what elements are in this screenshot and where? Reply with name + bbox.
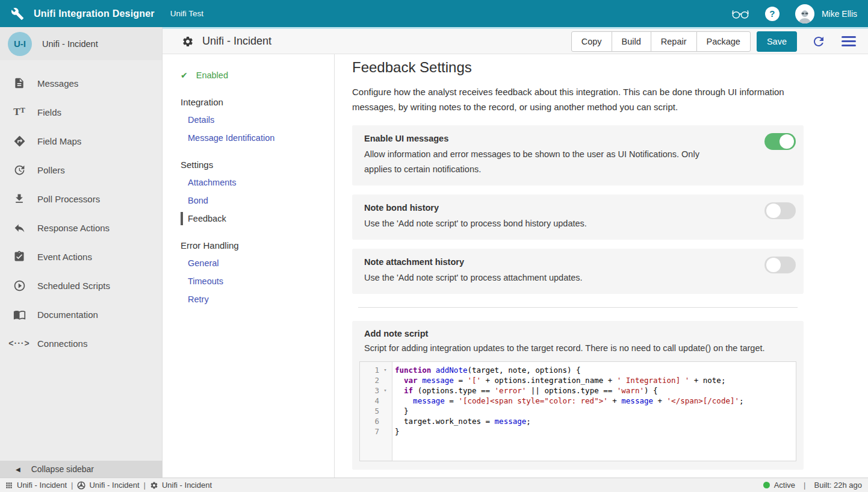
nav-link-retry[interactable]: Retry: [181, 290, 334, 308]
nav-link-bond[interactable]: Bond: [181, 192, 334, 210]
sidebar-item-label: Documentation: [37, 310, 98, 320]
document-icon: [12, 77, 26, 89]
menu-button[interactable]: [840, 33, 857, 50]
setting-row-note-bond-history: Note bond history Use the 'Add note scri…: [352, 195, 804, 240]
sidebar-item-label: Event Actions: [37, 252, 92, 262]
content-header: Unifi - Incident Copy Build Repair Packa…: [163, 27, 868, 54]
nav-link-attachments[interactable]: Attachments: [181, 173, 334, 192]
page-title: Feedback Settings: [352, 59, 804, 76]
statusbar-context-apps[interactable]: Unifi - Incident: [5, 481, 67, 490]
play-circle-icon: [12, 279, 26, 292]
page-description: Configure how the analyst receives feedb…: [352, 84, 801, 114]
gear-icon: [150, 481, 158, 490]
save-button[interactable]: Save: [757, 31, 797, 52]
download-icon: [12, 193, 26, 205]
sidebar: U-I Unifi - Incident Messages TT Fields …: [0, 27, 163, 478]
add-note-script-section: Add note script Script for adding integr…: [352, 321, 804, 470]
nav-group-error-handling: Error Handling: [181, 236, 334, 254]
header-actions: Copy Build Repair Package Save: [571, 31, 857, 52]
sidebar-item-field-maps[interactable]: Field Maps: [0, 126, 162, 155]
sidebar-item-messages[interactable]: Messages: [0, 69, 162, 98]
section-divider: [358, 307, 798, 308]
wheel-icon: [77, 481, 85, 490]
setting-description: Use the 'Add note script' to process bon…: [364, 216, 701, 231]
settings-subnav: ✔ Enabled Integration Details Message Id…: [163, 54, 335, 478]
nav-link-feedback[interactable]: Feedback: [181, 210, 334, 228]
enabled-status[interactable]: ✔ Enabled: [181, 66, 334, 84]
gear-icon: [182, 36, 194, 48]
content-area: ✔ Enabled Integration Details Message Id…: [163, 54, 868, 478]
setting-label: Enable UI messages: [364, 134, 792, 143]
statusbar-separator: |: [71, 481, 73, 490]
code-lines: function addNote(target, note, options) …: [392, 362, 744, 461]
sidebar-item-pollers[interactable]: Pollers: [0, 155, 162, 184]
help-icon[interactable]: ?: [765, 7, 780, 21]
integration-avatar: U-I: [8, 32, 32, 56]
script-label: Add note script: [359, 329, 796, 338]
glasses-icon[interactable]: [731, 8, 749, 20]
user-avatar[interactable]: [795, 4, 814, 23]
enable-ui-messages-toggle[interactable]: [764, 133, 796, 150]
collapse-sidebar-button[interactable]: ◀ Collapse sidebar: [0, 461, 163, 478]
nav-link-timeouts[interactable]: Timeouts: [181, 272, 334, 290]
status-bar: Unifi - Incident | Unifi - Incident | Un…: [0, 478, 868, 492]
setting-label: Note attachment history: [364, 257, 792, 267]
enabled-label: Enabled: [196, 70, 228, 80]
code-gutter: 1▾23▾4567: [360, 362, 392, 461]
note-attachment-history-toggle[interactable]: [764, 257, 796, 273]
sidebar-item-event-actions[interactable]: Event Actions: [0, 242, 162, 271]
feedback-settings-panel: Feedback Settings Configure how the anal…: [352, 54, 804, 478]
code-editor[interactable]: 1▾23▾4567 function addNote(target, note,…: [359, 361, 796, 461]
wrench-icon: [11, 7, 24, 20]
app-title: Unifi Integration Designer: [34, 8, 155, 19]
setting-row-enable-ui-messages: Enable UI messages Allow information and…: [352, 125, 804, 185]
statusbar-context-label: Unifi - Incident: [89, 481, 139, 490]
text-format-icon: TT: [12, 106, 26, 118]
built-timestamp: Built: 22h ago: [814, 481, 862, 490]
nav-link-message-identification[interactable]: Message Identification: [181, 129, 334, 147]
sidebar-integration-header[interactable]: U-I Unifi - Incident: [0, 27, 162, 60]
sidebar-integration-title: Unifi - Incident: [42, 39, 98, 49]
nav-link-general[interactable]: General: [181, 254, 334, 272]
sidebar-item-scheduled-scripts[interactable]: Scheduled Scripts: [0, 271, 162, 300]
directions-icon: [12, 135, 26, 148]
page-context-title: Unifi - Incident: [202, 35, 271, 48]
top-app-bar: Unifi Integration Designer Unifi Test ? …: [0, 0, 868, 27]
user-name: Mike Ellis: [822, 9, 857, 19]
script-description: Script for adding integration updates to…: [359, 343, 796, 353]
sidebar-item-label: Scheduled Scripts: [37, 281, 110, 291]
refresh-button[interactable]: [810, 33, 827, 50]
sidebar-item-connections[interactable]: <···> Connections: [0, 329, 162, 358]
statusbar-context-record[interactable]: Unifi - Incident: [150, 481, 212, 490]
collapse-arrow-icon: ◀: [16, 466, 20, 473]
sidebar-item-poll-processors[interactable]: Poll Processors: [0, 184, 162, 213]
setting-row-note-attachment-history: Note attachment history Use the 'Add not…: [352, 249, 804, 294]
grid-icon: [5, 481, 13, 490]
setting-description: Allow information and error messages to …: [364, 147, 701, 177]
statusbar-context-label: Unifi - Incident: [17, 481, 67, 490]
package-button[interactable]: Package: [696, 31, 751, 52]
clock-refresh-icon: [12, 164, 26, 176]
statusbar-context-label: Unifi - Incident: [162, 481, 212, 490]
nav-group-integration: Integration: [181, 93, 334, 111]
copy-button[interactable]: Copy: [571, 31, 612, 52]
nav-group-settings: Settings: [181, 155, 334, 173]
code-brackets-icon: <···>: [12, 338, 26, 348]
sidebar-item-label: Pollers: [37, 165, 65, 175]
repair-button[interactable]: Repair: [651, 31, 697, 52]
nav-link-details[interactable]: Details: [181, 111, 334, 129]
sidebar-item-label: Fields: [37, 107, 61, 117]
environment-label: Unifi Test: [170, 9, 203, 18]
sidebar-item-fields[interactable]: TT Fields: [0, 98, 162, 126]
active-status-label: Active: [774, 481, 795, 490]
sidebar-item-response-actions[interactable]: Response Actions: [0, 213, 162, 242]
sidebar-item-documentation[interactable]: Documentation: [0, 300, 162, 329]
note-bond-history-toggle[interactable]: [764, 202, 796, 219]
statusbar-context-integration[interactable]: Unifi - Incident: [77, 481, 139, 490]
statusbar-separator: |: [804, 481, 805, 490]
sidebar-item-label: Connections: [37, 338, 87, 349]
build-button[interactable]: Build: [612, 31, 651, 52]
sidebar-item-label: Messages: [37, 78, 78, 89]
setting-label: Note bond history: [364, 203, 792, 213]
setting-description: Use the 'Add note script' to process att…: [364, 270, 701, 285]
